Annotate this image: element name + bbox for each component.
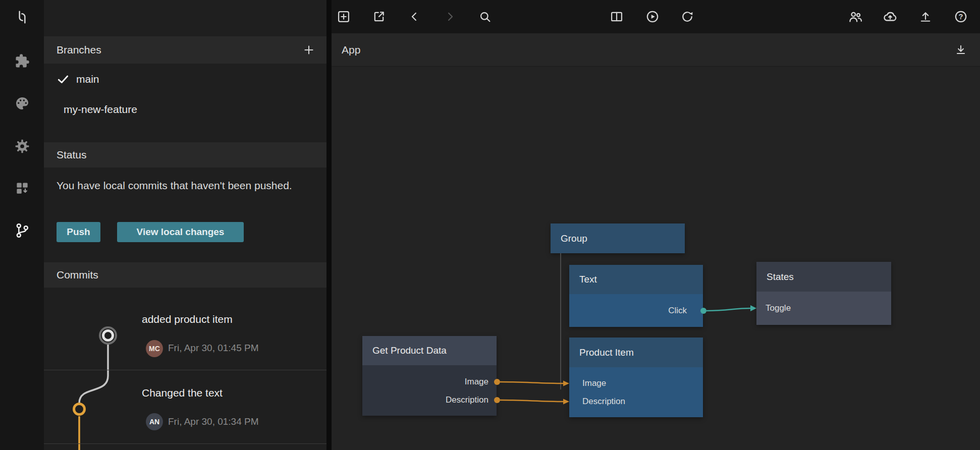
output-port-description[interactable]: Description <box>362 391 497 409</box>
node-title: Product Item <box>569 338 703 367</box>
search-icon[interactable] <box>475 7 495 27</box>
commit-message: Changed the text <box>142 387 223 399</box>
plugins-icon[interactable] <box>11 49 34 73</box>
commit-message: added product item <box>142 313 233 325</box>
commit-date: Fri, Apr 30, 01:34 PM <box>168 416 259 427</box>
activity-bar <box>0 0 44 450</box>
commits-section-header: Commits <box>44 262 326 288</box>
node-title: States <box>756 262 891 292</box>
deploy-upload-icon[interactable] <box>915 7 936 27</box>
forward-icon[interactable] <box>440 7 460 27</box>
commit-marker-1 <box>103 331 113 341</box>
wire-description <box>500 400 564 402</box>
node-title: Text <box>569 265 703 294</box>
add-node-icon[interactable] <box>334 7 354 27</box>
view-local-changes-button[interactable]: View local changes <box>117 222 244 242</box>
branch-name: my-new-feature <box>64 103 137 116</box>
settings-gear-icon[interactable] <box>11 135 34 158</box>
current-branch-check-icon <box>57 73 72 86</box>
noodl-editor-window: Branches main my-new-feature Status You … <box>0 0 980 450</box>
commit-marker-2 <box>74 404 85 415</box>
status-section-header: Status <box>44 142 326 167</box>
status-message: You have local commits that haven't been… <box>57 177 294 194</box>
download-icon[interactable] <box>951 40 971 60</box>
node-graph-canvas[interactable]: Group Text Click States Toggle Get Produ… <box>332 67 980 450</box>
component-tab-app[interactable]: App <box>342 33 360 67</box>
wire-arrowhead <box>563 381 569 386</box>
collaborators-icon[interactable] <box>845 7 865 27</box>
node-product-item[interactable]: Product Item Image Description <box>569 338 703 417</box>
node-states[interactable]: States Toggle <box>756 262 891 325</box>
node-text[interactable]: Text Click <box>569 265 703 327</box>
cloud-sync-icon[interactable] <box>880 7 900 27</box>
styles-palette-icon[interactable] <box>11 92 34 115</box>
node-group[interactable]: Group <box>551 223 685 253</box>
input-port-toggle[interactable]: Toggle <box>766 303 791 313</box>
split-view-icon[interactable] <box>607 7 627 27</box>
node-title: Get Product Data <box>362 336 497 365</box>
editor-toolbar: ? <box>332 0 980 33</box>
output-port-click[interactable]: Click <box>668 306 695 316</box>
node-get-product-data[interactable]: Get Product Data Image Description <box>362 336 497 416</box>
refresh-icon[interactable] <box>677 7 697 27</box>
output-port-image[interactable]: Image <box>362 373 497 391</box>
commit-divider <box>44 370 326 370</box>
canvas-tabbar: App <box>332 33 980 67</box>
version-control-panel: Branches main my-new-feature Status You … <box>44 0 326 450</box>
commit-avatar: MC <box>146 340 163 357</box>
play-preview-icon[interactable] <box>642 7 663 27</box>
version-control-branch-icon[interactable] <box>11 219 34 242</box>
noodl-logo-icon[interactable] <box>11 6 34 29</box>
wire-arrowhead <box>750 305 756 311</box>
wire-image <box>500 382 564 383</box>
wire-click-toggle <box>706 308 751 311</box>
svg-text:?: ? <box>959 13 963 21</box>
input-port-description[interactable]: Description <box>569 392 703 411</box>
node-title: Group <box>551 223 685 253</box>
back-icon[interactable] <box>404 7 424 27</box>
branches-section-header: Branches <box>44 36 326 64</box>
commit-date: Fri, Apr 30, 01:45 PM <box>168 343 259 354</box>
commits-title: Commits <box>57 269 98 281</box>
branch-name: main <box>76 73 99 85</box>
commit-marker-halo <box>100 327 116 344</box>
branches-title: Branches <box>57 44 101 56</box>
status-title: Status <box>57 149 87 161</box>
branch-item-my-new-feature[interactable]: my-new-feature <box>44 97 326 122</box>
add-branch-button[interactable] <box>301 42 316 58</box>
input-port-image[interactable]: Image <box>569 374 703 392</box>
help-icon[interactable]: ? <box>951 7 971 27</box>
panel-divider <box>326 0 332 450</box>
push-button[interactable]: Push <box>57 222 100 242</box>
insert-component-icon[interactable] <box>369 7 389 27</box>
wire-arrowhead <box>563 399 569 405</box>
commit-avatar: AN <box>146 413 163 430</box>
commit-divider <box>44 443 326 444</box>
branch-item-main[interactable]: main <box>44 67 326 92</box>
components-icon[interactable] <box>11 177 34 200</box>
